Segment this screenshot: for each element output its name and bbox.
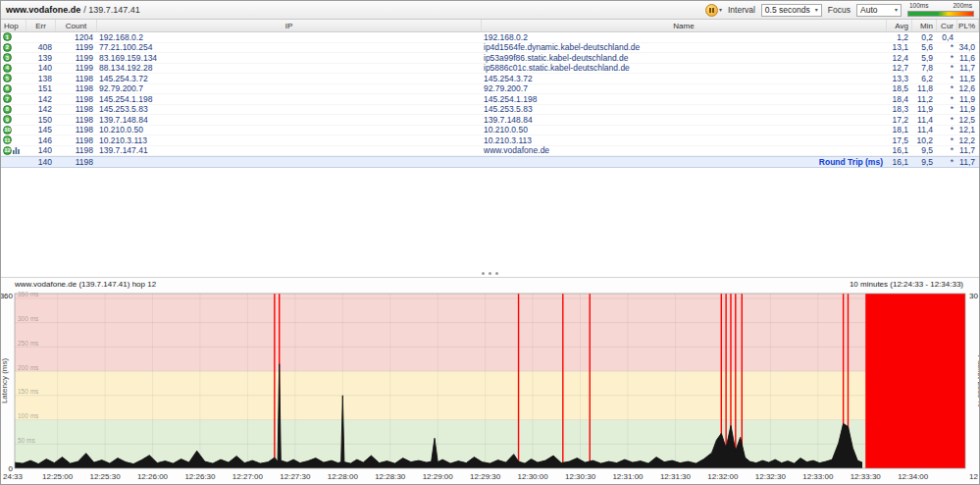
cell-err: [26, 32, 56, 42]
cell-name: 145.254.1.198: [482, 94, 887, 104]
pause-button[interactable]: ▾: [705, 4, 722, 17]
svg-text:12:29:00: 12:29:00: [423, 472, 454, 481]
chevron-down-icon: ▾: [719, 7, 722, 13]
col-header-ip[interactable]: IP: [97, 20, 482, 31]
cell-min: 10,2: [912, 135, 937, 145]
cell-min: 5,9: [912, 53, 937, 63]
table-row[interactable]: 6 151 1198 92.79.200.7 92.79.200.7 18,5 …: [1, 84, 979, 95]
col-header-name[interactable]: Name: [482, 20, 887, 31]
cell-hop: 11: [1, 135, 26, 145]
svg-text:12:31:30: 12:31:30: [660, 472, 692, 481]
cell-pl: 12,5: [957, 115, 979, 125]
cell-name: ip4d1564fe.dynamic.kabel-deutschland.de: [482, 43, 887, 53]
svg-text:50 ms: 50 ms: [18, 437, 35, 444]
table-row[interactable]: 10 145 1198 10.210.0.50 10.210.0.50 18,1…: [1, 126, 979, 136]
timeline-title: www.vodafone.de (139.7.147.41) hop 12: [15, 280, 156, 289]
table-row[interactable]: 8 142 1198 145.253.5.83 145.253.5.83 18,…: [1, 105, 979, 116]
trace-table-header: Hop Err Count IP Name Avg Min Cur PL%: [1, 20, 979, 32]
cell-hop: 4: [1, 64, 26, 74]
svg-text:12:32:30: 12:32:30: [755, 472, 787, 481]
table-row[interactable]: 9 150 1198 139.7.148.84 139.7.148.84 17,…: [1, 115, 979, 126]
target-ip: / 139.7.147.41: [83, 5, 140, 15]
cell-name: 10.210.3.113: [482, 135, 887, 145]
table-row[interactable]: 11 146 1198 10.210.3.113 10.210.3.113 17…: [1, 135, 979, 146]
col-header-pl[interactable]: PL%: [957, 20, 979, 31]
table-row[interactable]: 12 140 1198 139.7.147.41 www.vodafone.de…: [1, 146, 979, 157]
cell-name: 192.168.0.2: [482, 32, 887, 42]
cell-avg: 12,4: [887, 53, 912, 63]
cell-name: 145.253.5.83: [482, 105, 887, 115]
cell-name: 145.254.3.72: [482, 74, 887, 83]
cell-err: 142: [26, 94, 56, 104]
latency-legend-gradient: [907, 11, 974, 17]
cell-avg: 18,1: [887, 126, 912, 135]
cell-count: 1198: [56, 115, 97, 125]
cell-min: 11,8: [912, 84, 937, 94]
cell-min: 11,4: [912, 126, 937, 135]
cell-count: 1198: [56, 135, 97, 145]
col-header-avg[interactable]: Avg: [887, 20, 912, 31]
cell-cur: *: [937, 74, 957, 83]
svg-text:200 ms: 200 ms: [18, 364, 39, 371]
interval-value: 0.5 seconds: [765, 5, 810, 15]
cell-avg: 12,7: [887, 64, 912, 74]
table-row[interactable]: 4 140 1199 88.134.192.28 ip5886c01c.stat…: [1, 64, 979, 75]
splitter-dot: [482, 272, 485, 275]
hop-number-badge: 1: [3, 32, 12, 41]
cell-hop: 8: [1, 105, 26, 115]
interval-select[interactable]: 0.5 seconds ▾: [761, 4, 822, 17]
cell-ip: 77.21.100.254: [97, 43, 482, 53]
cell-pl: 12,1: [957, 126, 979, 135]
svg-text:300 ms: 300 ms: [18, 315, 39, 322]
cell-ip: [97, 157, 482, 167]
timeline-chart[interactable]: 50 ms100 ms150 ms200 ms250 ms300 ms350 m…: [1, 290, 979, 484]
table-row[interactable]: 2 408 1199 77.21.100.254 ip4d1564fe.dyna…: [1, 43, 979, 54]
col-header-err[interactable]: Err: [26, 20, 56, 31]
cell-cur: *: [937, 84, 957, 94]
table-row[interactable]: 1 1204 192.168.0.2 192.168.0.2 1,2 0,2 0…: [1, 32, 979, 43]
svg-text:12:29:30: 12:29:30: [470, 472, 501, 481]
svg-text:250 ms: 250 ms: [18, 340, 39, 347]
hop-number-badge: 7: [3, 94, 12, 103]
cell-ip: 145.254.3.72: [97, 74, 482, 83]
table-row[interactable]: 7 142 1198 145.254.1.198 145.254.1.198 1…: [1, 94, 979, 105]
cell-pl: 11,7: [957, 146, 979, 156]
cell-ip: 83.169.159.134: [97, 53, 482, 63]
cell-err: 140: [26, 146, 56, 156]
col-header-count[interactable]: Count: [56, 20, 97, 31]
chevron-down-icon: ▾: [895, 7, 898, 13]
cell-count: 1198: [56, 126, 97, 135]
col-header-cur[interactable]: Cur: [937, 20, 957, 31]
trace-table-body: 1 1204 192.168.0.2 192.168.0.2 1,2 0,2 0…: [1, 32, 979, 156]
svg-text:360: 360: [1, 292, 14, 300]
svg-text:12: 12: [969, 472, 978, 481]
round-trip-summary-row[interactable]: 140 1198 Round Trip (ms) 16,1 9,5 * 11,7: [1, 156, 979, 168]
cell-pl: 11,7: [957, 64, 979, 74]
cell-err: 146: [26, 135, 56, 145]
focus-select[interactable]: Auto ▾: [856, 4, 902, 17]
svg-text:12:33:30: 12:33:30: [851, 472, 882, 481]
col-header-hop[interactable]: Hop: [1, 20, 26, 31]
cell-ip: 139.7.148.84: [97, 115, 482, 125]
pane-splitter[interactable]: [1, 269, 979, 277]
svg-text:350 ms: 350 ms: [18, 291, 39, 297]
cell-min: 5,6: [912, 43, 937, 53]
table-row[interactable]: 5 138 1198 145.254.3.72 145.254.3.72 13,…: [1, 74, 979, 84]
latency-legend: 100ms 200ms: [907, 3, 974, 17]
cell-pl: [957, 32, 979, 42]
svg-text:12:26:30: 12:26:30: [184, 472, 216, 481]
col-header-min[interactable]: Min: [912, 20, 937, 31]
cell-name: 92.79.200.7: [482, 84, 887, 94]
cell-min: 9,5: [912, 146, 937, 156]
toolbar: www.vodafone.de / 139.7.147.41 ▾ Interva…: [1, 1, 979, 20]
round-trip-label: Round Trip (ms): [482, 157, 887, 167]
cell-ip: 88.134.192.28: [97, 64, 482, 74]
cell-avg: 1,2: [887, 32, 912, 42]
table-row[interactable]: 3 139 1199 83.169.159.134 ip53a99f86.sta…: [1, 53, 979, 64]
cell-min: 11,2: [912, 94, 937, 104]
hop-number-badge: 3: [3, 53, 12, 62]
cell-name: www.vodafone.de: [482, 146, 887, 156]
cell-name: ip5886c01c.static.kabel-deutschland.de: [482, 64, 887, 74]
chevron-down-icon: ▾: [815, 7, 818, 13]
timeline-range: 10 minutes (12:24:33 - 12:34:33): [850, 280, 963, 289]
